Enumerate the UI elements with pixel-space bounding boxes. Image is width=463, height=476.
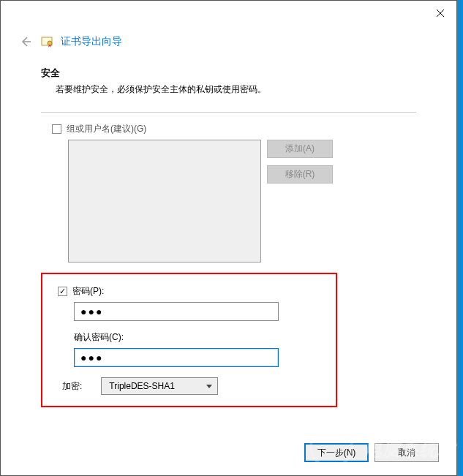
encryption-label: 加密: <box>62 380 82 393</box>
highlight-annotation: 密码(P): ●●● 确认密码(C): ●●● 加密: TripleDES-SH… <box>41 273 337 407</box>
divider <box>41 112 416 113</box>
password-value: ●●● <box>80 306 103 317</box>
add-button: 添加(A) <box>267 140 333 158</box>
desktop-background-strip <box>457 0 463 476</box>
form-area: 组或用户名(建议)(G) 添加(A) 移除(R) 密码(P): ●●● <box>41 123 416 407</box>
wizard-header: 证书导出向导 <box>1 26 456 62</box>
close-button[interactable] <box>424 1 456 26</box>
password-checkbox[interactable] <box>58 287 67 296</box>
close-icon <box>437 10 444 17</box>
group-checkbox-label: 组或用户名(建议)(G) <box>67 123 146 135</box>
section-title: 安全 <box>41 67 416 83</box>
group-checkbox-row[interactable]: 组或用户名(建议)(G) <box>52 123 416 135</box>
confirm-password-value: ●●● <box>80 352 103 363</box>
wizard-dialog: 证书导出向导 安全 若要维护安全，必须保护安全主体的私钥或使用密码。 组或用户名… <box>0 0 457 476</box>
encryption-row: 加密: TripleDES-SHA1 <box>62 377 325 395</box>
arrow-left-icon <box>20 36 31 48</box>
wizard-title: 证书导出向导 <box>61 35 122 48</box>
titlebar <box>1 1 456 26</box>
back-button[interactable] <box>18 34 33 49</box>
chevron-down-icon <box>206 382 213 390</box>
confirm-password-input[interactable]: ●●● <box>74 348 279 367</box>
confirm-password-label: 确认密码(C): <box>74 331 325 344</box>
remove-button: 移除(R) <box>267 165 333 184</box>
cancel-button[interactable]: 取消 <box>374 443 439 462</box>
certificate-icon <box>40 35 53 48</box>
password-input[interactable]: ●●● <box>74 302 279 321</box>
group-listbox <box>68 140 261 262</box>
encryption-selected: TripleDES-SHA1 <box>109 381 175 391</box>
encryption-select[interactable]: TripleDES-SHA1 <box>101 377 218 395</box>
group-principals-row: 添加(A) 移除(R) <box>68 140 416 262</box>
content: 安全 若要维护安全，必须保护安全主体的私钥或使用密码。 组或用户名(建议)(G)… <box>1 62 456 415</box>
group-checkbox[interactable] <box>52 124 61 134</box>
group-buttons: 添加(A) 移除(R) <box>267 140 333 262</box>
password-checkbox-label: 密码(P): <box>72 285 104 298</box>
password-section: 密码(P): ●●● 确认密码(C): ●●● 加密: TripleDES-SH… <box>53 285 325 395</box>
next-button[interactable]: 下一步(N) <box>304 443 369 462</box>
footer-buttons: 下一步(N) 取消 <box>304 443 439 462</box>
section-description: 若要维护安全，必须保护安全主体的私钥或使用密码。 <box>41 83 416 112</box>
password-checkbox-row[interactable]: 密码(P): <box>58 285 325 298</box>
